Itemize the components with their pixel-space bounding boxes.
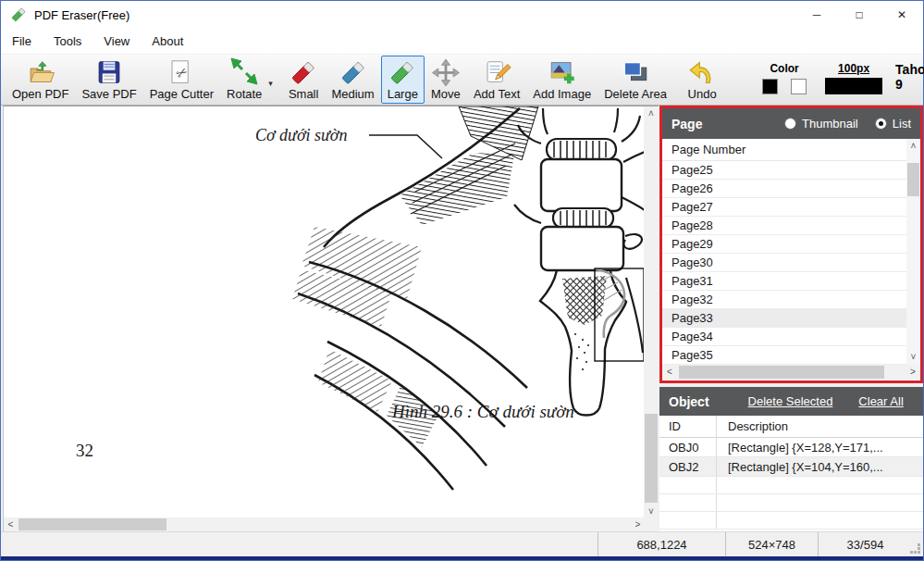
canvas-horizontal-scrollbar[interactable]: ˂ ˃: [4, 517, 645, 531]
page-list-item[interactable]: Page28: [662, 217, 920, 235]
scroll-left-icon[interactable]: ˂: [4, 517, 18, 531]
pdf-eraser-window: PDF Eraser(Free) ─ □ ✕ File Tools View A…: [0, 0, 924, 561]
minimize-icon[interactable]: ─: [795, 1, 838, 29]
object-panel-title: Object: [669, 394, 709, 409]
status-bar: 688,1224 524×748 33/594: [1, 531, 923, 556]
page-list-header: Page Number: [662, 139, 920, 161]
object-description: [Rectangle] {X=128,Y=171,...: [717, 438, 923, 456]
resize-grip[interactable]: [912, 532, 923, 556]
scroll-right-icon[interactable]: ˃: [906, 365, 920, 380]
delete-area-button[interactable]: Delete Area: [598, 56, 673, 104]
side-panel: Page Thumbnail List Page Number Page25 P…: [659, 106, 923, 531]
scrollbar-corner: [644, 517, 659, 531]
app-eraser-icon: [10, 6, 27, 23]
rotate-button[interactable]: Rotate: [220, 53, 268, 104]
undo-arrow-icon: [687, 59, 717, 86]
move-button[interactable]: Move: [425, 56, 467, 104]
object-table-row-selected[interactable]: OBJ2 [Rectangle] {X=104,Y=160,...: [659, 457, 923, 477]
horizontal-scroll-thumb[interactable]: [18, 518, 166, 530]
scroll-up-icon[interactable]: ˄: [906, 139, 920, 154]
clear-all-link[interactable]: Clear All: [858, 394, 903, 408]
scroll-left-icon[interactable]: ˂: [662, 365, 677, 380]
eraser-medium-icon: [339, 59, 368, 86]
floppy-disk-icon: [94, 59, 124, 86]
open-pdf-button[interactable]: Open PDF: [6, 56, 75, 104]
thumbnail-radio-label[interactable]: Thumbnail: [802, 117, 858, 131]
pdf-page-drawing: Cơ dưới sườn: [4, 106, 645, 518]
rotate-button-group[interactable]: Rotate ▾: [220, 55, 275, 105]
vertical-scroll-thumb[interactable]: [645, 414, 658, 503]
page-list-vertical-scrollbar[interactable]: ˄ ˅: [906, 139, 920, 365]
move-arrows-icon: [431, 59, 461, 86]
color-swatch-black[interactable]: [762, 79, 778, 94]
save-pdf-button[interactable]: Save PDF: [75, 56, 142, 104]
page-list-item[interactable]: Page26: [662, 180, 920, 198]
object-table-row[interactable]: OBJ0 [Rectangle] {X=128,Y=171,...: [659, 438, 923, 457]
object-id: OBJ2: [659, 457, 717, 476]
page-list-item[interactable]: Page31: [662, 272, 920, 291]
eraser-small-label: Small: [289, 87, 319, 101]
object-table-empty-row: [659, 494, 923, 512]
eraser-size-label: 100px: [838, 62, 869, 75]
page-cutter-button[interactable]: ✂ Page Cutter: [143, 56, 220, 104]
delete-area-icon: [621, 59, 650, 86]
menu-bar: File Tools View About: [1, 29, 923, 55]
move-label: Move: [431, 87, 461, 101]
add-image-button[interactable]: Add Image: [526, 56, 598, 104]
page-list-item[interactable]: Page29: [662, 235, 920, 254]
page-list-item[interactable]: Page34: [662, 328, 920, 346]
page-list-horizontal-scrollbar[interactable]: ˂ ˃: [662, 365, 920, 380]
delete-area-label: Delete Area: [604, 87, 667, 101]
list-radio[interactable]: [875, 118, 887, 130]
maximize-icon[interactable]: □: [838, 1, 881, 29]
color-swatch-white[interactable]: [791, 79, 807, 94]
horizontal-scroll-thumb[interactable]: [679, 366, 884, 379]
eraser-medium-label: Medium: [331, 87, 374, 101]
scroll-down-icon[interactable]: ˅: [644, 505, 659, 518]
eraser-small-icon: [289, 59, 318, 86]
muscle-annotation-label: Cơ dưới sườn: [255, 126, 347, 144]
document-canvas[interactable]: Cơ dưới sườn: [3, 106, 659, 531]
undo-button[interactable]: Undo: [681, 56, 723, 104]
page-number-text: 32: [76, 441, 93, 460]
eraser-large-button[interactable]: Large: [381, 56, 425, 104]
thumbnail-radio[interactable]: [784, 118, 796, 130]
list-radio-label[interactable]: List: [893, 117, 911, 131]
scroll-up-icon[interactable]: ˄: [644, 106, 659, 120]
title-bar: PDF Eraser(Free) ─ □ ✕: [1, 1, 923, 29]
object-panel: Object Delete Selected Clear All ID Desc…: [659, 387, 923, 531]
scroll-down-icon[interactable]: ˅: [906, 350, 920, 365]
main-area: Cơ dưới sườn: [1, 106, 923, 531]
status-page-indicator: 33/594: [818, 532, 912, 556]
scroll-right-icon[interactable]: ˃: [631, 517, 645, 531]
page-list-item-selected[interactable]: Page33: [662, 309, 920, 328]
page-list-item[interactable]: Page32: [662, 291, 920, 309]
menu-file[interactable]: File: [1, 30, 43, 53]
menu-view[interactable]: View: [92, 30, 141, 53]
page-list-item[interactable]: Page35: [662, 346, 920, 365]
rotate-arrows-icon: [229, 56, 259, 86]
rotate-label: Rotate: [227, 87, 262, 101]
eraser-size-bar[interactable]: [825, 78, 882, 94]
page-list-item[interactable]: Page30: [662, 254, 920, 272]
delete-selected-link[interactable]: Delete Selected: [748, 394, 833, 408]
page-list-item[interactable]: Page27: [662, 198, 920, 217]
object-table-header: ID Description: [659, 416, 923, 438]
page-cutter-label: Page Cutter: [150, 87, 214, 101]
open-pdf-label: Open PDF: [12, 87, 68, 101]
menu-about[interactable]: About: [141, 30, 194, 53]
add-image-icon: [548, 59, 577, 86]
status-cursor-position: 688,1224: [598, 532, 725, 556]
page-list-item[interactable]: Page25: [662, 161, 920, 180]
menu-tools[interactable]: Tools: [43, 30, 92, 53]
eraser-small-button[interactable]: Small: [282, 56, 326, 104]
font-setting-label[interactable]: Tahoma 9: [895, 62, 924, 92]
vertical-scroll-thumb[interactable]: [907, 163, 919, 196]
object-column-description: Description: [717, 416, 923, 437]
add-text-button[interactable]: Add Text: [467, 56, 526, 104]
eraser-medium-button[interactable]: Medium: [325, 56, 380, 104]
close-icon[interactable]: ✕: [881, 1, 923, 29]
canvas-vertical-scrollbar[interactable]: ˄ ˅: [644, 106, 659, 518]
page-list: Page Number Page25 Page26 Page27 Page28 …: [662, 139, 920, 365]
rotate-dropdown-icon[interactable]: ▾: [268, 79, 275, 105]
